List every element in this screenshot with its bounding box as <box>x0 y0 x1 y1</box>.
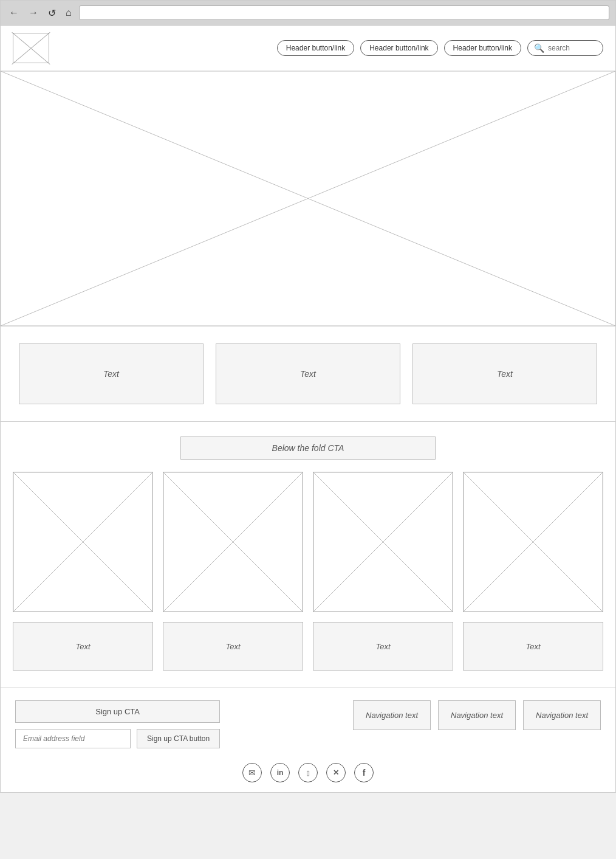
four-col-grid: Text Text Text Text <box>13 472 603 671</box>
hero-image-placeholder <box>1 71 615 326</box>
forward-button[interactable]: → <box>26 6 41 19</box>
linkedin-icon[interactable]: in <box>270 763 290 782</box>
text-card-3: Text <box>412 343 597 404</box>
facebook-icon[interactable]: f <box>354 763 374 782</box>
hero-banner <box>1 71 615 326</box>
btf-text-card-1: Text <box>13 622 153 671</box>
footer-signup-cta-button[interactable]: Sign up CTA <box>15 700 220 723</box>
text-card-1: Text <box>19 343 204 404</box>
btf-text-card-2: Text <box>163 622 303 671</box>
footer-social: ✉ in ▯ ✕ f <box>15 758 601 782</box>
twitter-icon[interactable]: ✕ <box>326 763 346 782</box>
btf-section: Below the fold CTA <box>1 422 615 688</box>
btf-cta-wrapper: Below the fold CTA <box>13 436 603 460</box>
three-col-section: Text Text Text <box>1 326 615 422</box>
footer-signup-button[interactable]: Sign up CTA button <box>137 729 220 748</box>
header-nav: Header button/link Header button/link He… <box>277 40 603 56</box>
email-address-field[interactable] <box>15 729 131 748</box>
header-nav-button-3[interactable]: Header button/link <box>444 40 521 56</box>
footer-nav-links: Navigation text Navigation text Navigati… <box>353 700 601 730</box>
footer: Sign up CTA Sign up CTA button Navigatio… <box>1 688 615 792</box>
image-placeholder-2 <box>163 472 303 612</box>
search-icon: 🔍 <box>534 43 544 53</box>
header-nav-button-1[interactable]: Header button/link <box>277 40 354 56</box>
btf-text-card-4: Text <box>463 622 603 671</box>
browser-window: ← → ↺ ⌂ Header button/link Header button… <box>0 0 616 793</box>
text-card-2: Text <box>216 343 400 404</box>
browser-chrome: ← → ↺ ⌂ <box>1 1 615 26</box>
search-box[interactable]: 🔍 <box>527 40 603 56</box>
footer-signup: Sign up CTA Sign up CTA button <box>15 700 220 748</box>
site-header: Header button/link Header button/link He… <box>1 26 615 71</box>
footer-email-row: Sign up CTA button <box>15 729 220 748</box>
header-nav-button-2[interactable]: Header button/link <box>360 40 437 56</box>
search-input[interactable] <box>548 44 597 52</box>
instagram-icon[interactable]: ▯ <box>298 763 318 782</box>
home-button[interactable]: ⌂ <box>63 6 74 19</box>
footer-nav-item-1[interactable]: Navigation text <box>353 700 431 730</box>
btf-cta-button[interactable]: Below the fold CTA <box>180 436 436 460</box>
footer-nav-item-3[interactable]: Navigation text <box>523 700 601 730</box>
image-placeholder-1 <box>13 472 153 612</box>
btf-text-card-3: Text <box>313 622 453 671</box>
refresh-button[interactable]: ↺ <box>46 6 58 20</box>
footer-top: Sign up CTA Sign up CTA button Navigatio… <box>15 700 601 748</box>
address-bar[interactable] <box>79 5 609 20</box>
image-placeholder-3 <box>313 472 453 612</box>
footer-nav-item-2[interactable]: Navigation text <box>438 700 516 730</box>
email-social-icon[interactable]: ✉ <box>242 763 262 782</box>
image-placeholder-4 <box>463 472 603 612</box>
logo <box>13 33 49 63</box>
back-button[interactable]: ← <box>7 6 21 19</box>
